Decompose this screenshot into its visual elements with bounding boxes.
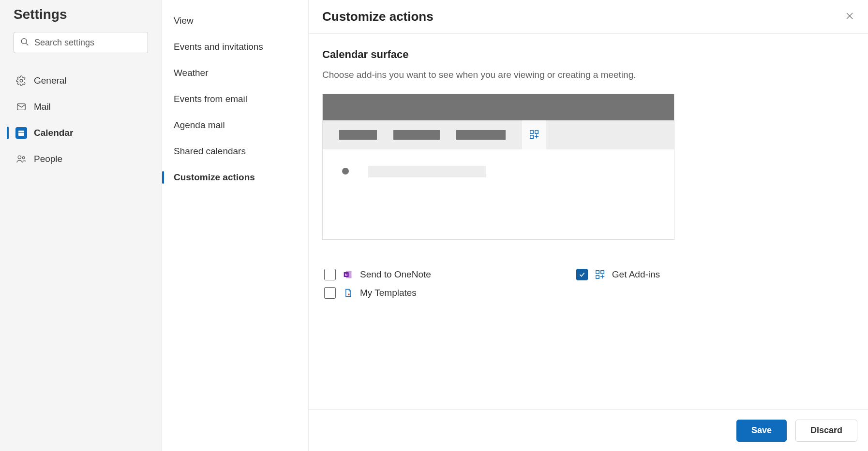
category-item-mail[interactable]: Mail: [8, 94, 148, 120]
calendar-icon: [15, 127, 27, 139]
submenu-item-customize-actions[interactable]: Customize actions: [162, 164, 308, 190]
svg-rect-22: [596, 271, 599, 274]
submenu-label: Agenda mail: [174, 120, 225, 131]
submenu-item-view[interactable]: View: [162, 8, 308, 34]
toolbar-placeholder-block: [456, 130, 506, 140]
addins-checkbox-group: N Send to OneNote My Templates: [322, 269, 854, 299]
content-body: Calendar surface Choose add-ins you want…: [309, 34, 868, 409]
people-icon: [15, 153, 27, 165]
submenu-list: View Events and invitations Weather Even…: [162, 8, 308, 190]
svg-point-2: [20, 79, 23, 82]
section-description: Choose add-ins you want to see when you …: [322, 70, 854, 80]
category-label: Mail: [34, 102, 51, 112]
svg-rect-3: [17, 104, 26, 110]
search-icon: [20, 38, 29, 48]
submenu-item-weather[interactable]: Weather: [162, 60, 308, 86]
category-label: Calendar: [34, 128, 73, 138]
addin-label: Send to OneNote: [360, 269, 431, 280]
submenu-item-events-invitations[interactable]: Events and invitations: [162, 34, 308, 60]
submenu-item-events-email[interactable]: Events from email: [162, 86, 308, 112]
svg-point-11: [22, 157, 25, 159]
svg-point-9: [22, 133, 23, 134]
category-item-calendar[interactable]: Calendar: [8, 120, 148, 146]
settings-title: Settings: [14, 7, 148, 22]
svg-rect-23: [601, 271, 604, 274]
settings-dialog: Settings General Mail: [0, 0, 868, 451]
preview-header-placeholder: [323, 94, 674, 120]
addins-column-left: N Send to OneNote My Templates: [324, 269, 431, 299]
preview-text-placeholder: [368, 166, 486, 177]
addin-checkbox-onenote[interactable]: N Send to OneNote: [324, 269, 431, 280]
calendar-surface-preview: [322, 94, 674, 240]
settings-sidebar: Settings General Mail: [0, 0, 162, 451]
svg-line-1: [26, 44, 28, 45]
save-button[interactable]: Save: [736, 420, 787, 442]
addin-label: Get Add-ins: [612, 269, 660, 280]
close-icon: [845, 12, 854, 22]
svg-rect-24: [596, 276, 599, 278]
page-title: Customize actions: [322, 9, 434, 24]
preview-addin-tile: [522, 120, 546, 149]
addins-column-right: Get Add-ins: [576, 269, 660, 299]
checkbox-box: [324, 269, 336, 280]
gear-icon: [15, 75, 27, 87]
submenu-label: Shared calendars: [174, 146, 246, 157]
svg-rect-15: [535, 130, 538, 133]
addin-label: My Templates: [360, 288, 417, 298]
content-header: Customize actions: [309, 0, 868, 34]
apps-grid-icon: [595, 269, 605, 280]
addin-checkbox-templates[interactable]: My Templates: [324, 287, 431, 299]
toolbar-placeholder-block: [339, 130, 377, 140]
checkbox-box: [324, 287, 336, 299]
section-title: Calendar surface: [322, 48, 854, 61]
svg-rect-14: [530, 130, 533, 133]
settings-content: Customize actions Calendar surface Choos…: [309, 0, 868, 451]
discard-button[interactable]: Discard: [795, 420, 857, 442]
preview-toolbar-placeholder: [323, 120, 674, 149]
submenu-item-shared-calendars[interactable]: Shared calendars: [162, 138, 308, 164]
category-item-people[interactable]: People: [8, 146, 148, 172]
svg-point-0: [21, 39, 27, 44]
templates-icon: [343, 288, 353, 298]
apps-grid-icon: [529, 129, 539, 141]
svg-point-10: [18, 156, 21, 159]
svg-point-7: [20, 133, 20, 134]
svg-point-8: [21, 133, 21, 134]
category-item-general[interactable]: General: [8, 68, 148, 94]
close-button[interactable]: [842, 9, 857, 25]
checkbox-box: [576, 269, 588, 280]
settings-submenu: View Events and invitations Weather Even…: [162, 0, 309, 451]
submenu-label: View: [174, 15, 194, 26]
onenote-icon: N: [343, 269, 353, 280]
submenu-label: Customize actions: [174, 172, 255, 183]
content-footer: Save Discard: [309, 409, 868, 451]
submenu-item-agenda-mail[interactable]: Agenda mail: [162, 112, 308, 138]
category-label: People: [34, 154, 62, 164]
search-input[interactable]: [14, 32, 148, 53]
toolbar-placeholder-block: [393, 130, 440, 140]
submenu-label: Weather: [174, 68, 208, 78]
svg-text:N: N: [345, 273, 347, 277]
addin-checkbox-getaddins[interactable]: Get Add-ins: [576, 269, 660, 280]
submenu-label: Events from email: [174, 94, 247, 104]
category-list: General Mail Calendar People: [8, 68, 148, 172]
search-field-wrap: [14, 32, 148, 53]
submenu-label: Events and invitations: [174, 42, 263, 52]
category-label: General: [34, 75, 67, 86]
preview-body-placeholder: [323, 149, 674, 239]
mail-icon: [15, 101, 27, 113]
svg-rect-16: [530, 135, 533, 138]
preview-bullet-placeholder: [342, 168, 349, 175]
